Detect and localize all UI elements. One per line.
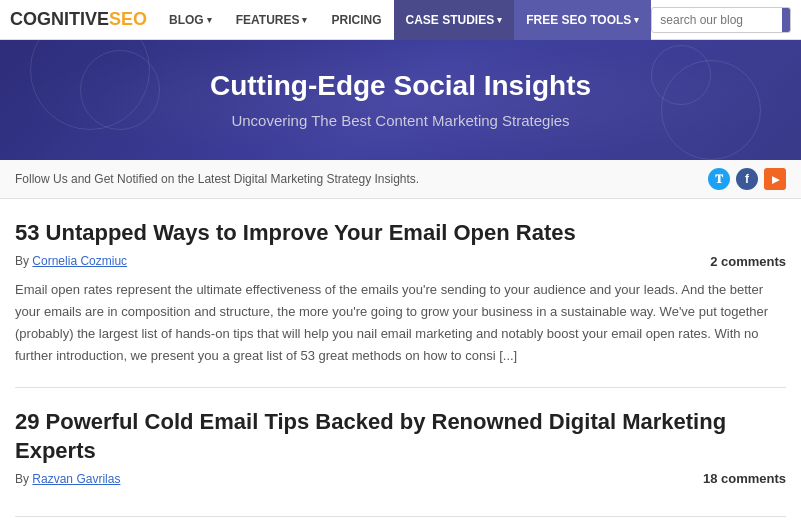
nav-items: BLOG ▾ FEATURES ▾ PRICING CASE STUDIES ▾… [157, 0, 651, 40]
article-1-meta: By Cornelia Cozmiuc 2 comments [15, 254, 786, 269]
facebook-icon[interactable]: f [736, 168, 758, 190]
article-1-author[interactable]: Cornelia Cozmiuc [32, 254, 127, 268]
logo[interactable]: COGNITIVESEO [10, 9, 147, 30]
navbar: COGNITIVESEO BLOG ▾ FEATURES ▾ PRICING C… [0, 0, 801, 40]
nav-pricing[interactable]: PRICING [319, 0, 393, 40]
article-2-meta: By Razvan Gavrilas 18 comments [15, 471, 786, 486]
content-area: 53 Untapped Ways to Improve Your Email O… [0, 199, 801, 517]
article-1-byline: By Cornelia Cozmiuc [15, 254, 127, 268]
nav-blog-label: BLOG [169, 13, 204, 27]
nav-pricing-label: PRICING [331, 13, 381, 27]
article-1-comments[interactable]: 2 comments [710, 254, 786, 269]
nav-case-studies-label: CASE STUDIES [406, 13, 495, 27]
article-2-title[interactable]: 29 Powerful Cold Email Tips Backed by Re… [15, 408, 786, 465]
nav-blog[interactable]: BLOG ▾ [157, 0, 224, 40]
search-button[interactable]: 🔍 [782, 8, 791, 32]
nav-features-arrow: ▾ [302, 15, 307, 25]
article-1-title[interactable]: 53 Untapped Ways to Improve Your Email O… [15, 219, 786, 248]
hero-subtitle: Uncovering The Best Content Marketing St… [20, 112, 781, 129]
nav-free-seo-tools[interactable]: FREE SEO TOOLS ▾ [514, 0, 651, 40]
social-bar-text: Follow Us and Get Notified on the Latest… [15, 172, 708, 186]
hero-banner: Cutting-Edge Social Insights Uncovering … [0, 40, 801, 160]
twitter-icon[interactable]: 𝐓 [708, 168, 730, 190]
article-2-author[interactable]: Razvan Gavrilas [32, 472, 120, 486]
article-2-byline: By Razvan Gavrilas [15, 472, 120, 486]
hero-title: Cutting-Edge Social Insights [20, 70, 781, 102]
article-1-by-text: By [15, 254, 29, 268]
nav-free-seo-tools-arrow: ▾ [634, 15, 639, 25]
nav-case-studies-arrow: ▾ [497, 15, 502, 25]
article-2-by-text: By [15, 472, 29, 486]
nav-case-studies[interactable]: CASE STUDIES ▾ [394, 0, 515, 40]
rss-icon[interactable]: ▸ [764, 168, 786, 190]
nav-features[interactable]: FEATURES ▾ [224, 0, 320, 40]
article-1: 53 Untapped Ways to Improve Your Email O… [15, 199, 786, 388]
article-2-comments[interactable]: 18 comments [703, 471, 786, 486]
nav-free-seo-tools-label: FREE SEO TOOLS [526, 13, 631, 27]
article-2: 29 Powerful Cold Email Tips Backed by Re… [15, 388, 786, 517]
logo-cognitive: COGNITIVE [10, 9, 109, 29]
social-icons: 𝐓 f ▸ [708, 168, 786, 190]
social-bar: Follow Us and Get Notified on the Latest… [0, 160, 801, 199]
nav-features-label: FEATURES [236, 13, 300, 27]
logo-seo: SEO [109, 9, 147, 29]
search-input[interactable] [652, 13, 782, 27]
nav-blog-arrow: ▾ [207, 15, 212, 25]
article-1-excerpt: Email open rates represent the ultimate … [15, 279, 786, 367]
search-box: 🔍 [651, 7, 791, 33]
